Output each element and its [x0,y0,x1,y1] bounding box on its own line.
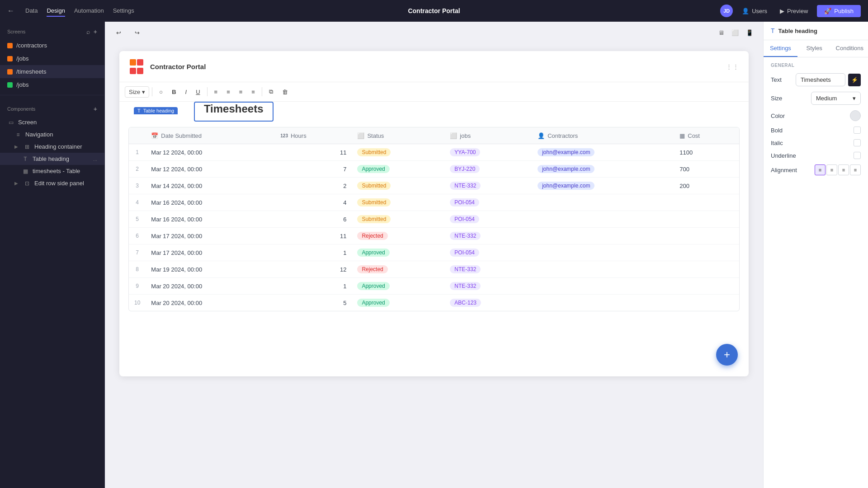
table-row[interactable]: 9 Mar 20 2024, 00:00 1 Approved NTE-332 [129,278,739,295]
users-button[interactable]: 👤 Users [738,6,771,16]
contractor-badge: john@example.com [538,148,594,156]
row-hours: 5 [275,295,352,311]
row-num: 10 [129,295,146,311]
expand-icon[interactable]: ▶ [14,144,18,149]
table-row[interactable]: 5 Mar 16 2024, 00:00 6 Submitted POI-054 [129,211,739,228]
mobile-view-button[interactable]: 📱 [743,28,756,38]
underline-checkbox[interactable] [854,152,861,159]
table-row[interactable]: 4 Mar 16 2024, 00:00 4 Submitted POI-054 [129,194,739,211]
fab-button[interactable]: + [716,344,738,366]
canvas-options-icon[interactable]: ⋮⋮ [726,63,740,70]
size-select[interactable]: Medium ▾ [811,92,861,105]
italic-button[interactable]: I [181,86,191,98]
redo-button[interactable]: ↪ [131,27,144,38]
lightning-button[interactable]: ⚡ [848,74,861,86]
contractors-icon: 👤 [538,132,545,139]
main-layout: Screens ⌕ + /contractors/jobs/timesheets… [0,22,868,488]
align-justify-btn[interactable]: ≡ [850,164,861,175]
row-num: 6 [129,228,146,244]
canvas-app-title: Contractor Portal [150,63,206,70]
back-button[interactable]: ← [7,7,14,15]
status-icon: ⬜ [357,132,364,139]
align-center-btn[interactable]: ≡ [826,164,837,175]
row-job: NTE-332 [444,228,532,244]
row-cost [674,295,739,311]
italic-checkbox[interactable] [854,139,861,146]
component-icon: ▦ [22,168,29,174]
table-row[interactable]: 3 Mar 14 2024, 00:00 2 Submitted NTE-332… [129,178,739,194]
row-cost [674,194,739,211]
copy-button[interactable]: ⧉ [265,86,277,98]
col-num [129,127,146,144]
tab-automation[interactable]: Automation [74,5,104,17]
undo-button[interactable]: ↩ [112,27,125,38]
add-screen-icon[interactable]: + [94,28,97,35]
sidebar-item-screen[interactable]: /jobs [0,52,104,65]
contractor-badge: john@example.com [538,165,594,173]
tablet-view-button[interactable]: ⬜ [729,28,741,38]
component-icon: ≡ [14,131,22,138]
publish-button[interactable]: 🚀 Publish [817,5,861,17]
align-right-button[interactable]: ≡ [235,86,247,98]
sidebar-item-screen[interactable]: /contractors [0,39,104,52]
row-date: Mar 17 2024, 00:00 [146,244,275,261]
bold-button[interactable]: B [168,86,180,98]
panel-text-row: Text Timesheets ⚡ [771,73,861,86]
table-row[interactable]: 6 Mar 17 2024, 00:00 11 Rejected NTE-332 [129,228,739,244]
row-contractor [532,295,674,311]
color-picker[interactable] [850,110,861,121]
align-right-btn[interactable]: ≡ [838,164,849,175]
sidebar-item-screen[interactable]: /timesheets [0,65,104,78]
row-date: Mar 16 2024, 00:00 [146,194,275,211]
table-row[interactable]: 1 Mar 12 2024, 00:00 11 Submitted YYA-70… [129,144,739,161]
align-left-button[interactable]: ≡ [210,86,222,98]
sidebar-component-item[interactable]: TTable heading... [0,153,104,165]
right-panel-header: T Table heading [764,22,868,40]
circle-btn[interactable]: ○ [155,86,167,98]
job-badge: NTE-332 [450,282,481,290]
size-dropdown[interactable]: Size ▾ [125,86,149,98]
tab-settings[interactable]: Settings [764,40,797,57]
component-icon: T [22,156,29,162]
add-component-icon[interactable]: + [94,105,97,113]
sidebar-item-screen[interactable]: /jobs [0,78,104,91]
heading-text[interactable]: Timesheets [194,102,274,122]
align-justify-button[interactable]: ≡ [247,86,259,98]
date-icon: 📅 [151,132,158,139]
row-job: POI-054 [444,211,532,228]
job-badge: ABC-123 [450,299,481,307]
align-center-button[interactable]: ≡ [222,86,234,98]
cost-icon: ▦ [679,132,685,139]
text-value-row: Timesheets ⚡ [796,73,861,86]
tab-data[interactable]: Data [25,5,38,17]
row-status: Rejected [352,228,444,244]
preview-button[interactable]: ▶ Preview [776,6,811,16]
sidebar-component-item[interactable]: ≡Navigation [0,128,104,141]
table-row[interactable]: 8 Mar 19 2024, 00:00 12 Rejected NTE-332 [129,261,739,278]
underline-button[interactable]: U [192,86,204,98]
users-icon: 👤 [742,8,749,14]
table-row[interactable]: 7 Mar 17 2024, 00:00 1 Approved POI-054 [129,244,739,261]
table-row[interactable]: 2 Mar 12 2024, 00:00 7 Approved BYJ-220 … [129,161,739,178]
text-input[interactable]: Timesheets [796,73,845,86]
sidebar-component-item[interactable]: ▶⊡Edit row side panel [0,177,104,189]
desktop-view-button[interactable]: 🖥 [716,28,727,38]
row-status: Submitted [352,178,444,194]
table-row[interactable]: 10 Mar 20 2024, 00:00 5 Approved ABC-123 [129,295,739,311]
search-icon[interactable]: ⌕ [86,28,90,35]
row-date: Mar 16 2024, 00:00 [146,211,275,228]
component-more-icon[interactable]: ... [93,156,97,162]
tab-conditions[interactable]: Conditions [831,40,868,57]
align-left-btn[interactable]: ≡ [815,164,826,175]
expand-icon[interactable]: ▶ [14,181,18,186]
tab-styles[interactable]: Styles [797,40,831,57]
job-badge: YYA-700 [450,148,480,156]
sidebar-component-item[interactable]: ▶⊞Heading container [0,141,104,153]
bold-checkbox[interactable] [854,127,861,134]
tab-design[interactable]: Design [47,5,65,17]
components-list: ▭Screen≡Navigation▶⊞Heading containerTTa… [0,116,104,189]
sidebar-component-item[interactable]: ▦timesheets - Table [0,165,104,177]
delete-button[interactable]: 🗑 [278,86,292,98]
sidebar-component-item[interactable]: ▭Screen [0,116,104,128]
tab-settings[interactable]: Settings [113,5,134,17]
